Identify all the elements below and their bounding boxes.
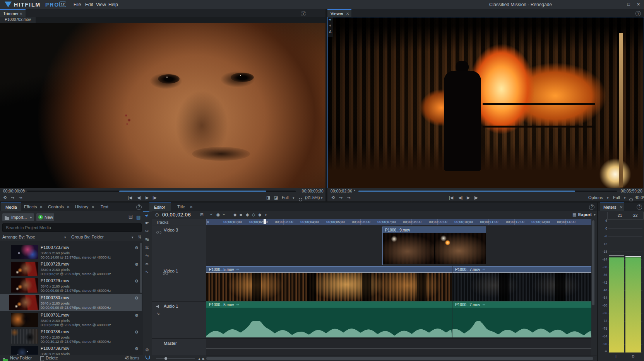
effects-tab-close-icon[interactable]: ✕	[39, 205, 43, 209]
viewer-seek-range[interactable]	[358, 191, 575, 192]
razor-tool-icon[interactable]: ✂	[145, 229, 149, 233]
overlay-to-timeline-icon[interactable]: ◪	[274, 196, 278, 200]
media-item-gear-icon[interactable]: ⚙	[135, 246, 139, 250]
ripple-tool-icon[interactable]: ⇋	[145, 254, 149, 258]
zoom-in-icon[interactable]: ▶	[202, 357, 205, 361]
new-button[interactable]: + New	[36, 213, 54, 221]
hand-tool-icon[interactable]: ☛	[145, 221, 149, 225]
clip-audio1-a[interactable]: P1000...5.mov ∞	[206, 301, 452, 337]
tab-trimmer[interactable]: Trimmer ✕	[0, 9, 26, 18]
delete-button[interactable]: Delete	[46, 356, 58, 360]
arrange-by-select[interactable]: Arrange By: Type	[2, 235, 35, 239]
viewer-help-icon[interactable]: ?	[635, 11, 641, 16]
menu-file[interactable]: File	[74, 2, 81, 7]
viewer-fit-dropdown-icon[interactable]: ▾	[624, 196, 626, 200]
trim-slide-icon[interactable]: ◆	[258, 213, 261, 217]
export-frame-icon[interactable]: ↪	[11, 196, 14, 200]
timeline-zoom-slider-track[interactable]	[156, 358, 195, 359]
viewer-video-preview[interactable]	[327, 17, 644, 188]
timeline-horizontal-scrollbar[interactable]	[206, 357, 593, 360]
maximize-button[interactable]: □	[627, 2, 630, 7]
meters-help-icon[interactable]: ?	[637, 204, 642, 210]
trimmer-fit-mode-select[interactable]: Full	[282, 195, 289, 200]
previous-keyframe-icon[interactable]: «	[210, 212, 212, 216]
clip-audio1-b[interactable]: P1000...7.mov ∞	[452, 301, 591, 337]
tab-effects[interactable]: Effects ✕	[22, 203, 44, 211]
media-item[interactable]: P1000731.mov 3840 x 2160 pixels 00;00;32…	[0, 312, 142, 328]
loop-playback-icon[interactable]: ⟲	[3, 196, 7, 200]
media-item[interactable]: P1000738.mov 3840 x 2160 pixels 00;00;30…	[0, 329, 142, 345]
media-item-gear-icon[interactable]: ⚙	[135, 296, 139, 300]
editor-help-icon[interactable]: ?	[589, 204, 594, 210]
rate-stretch-tool-icon[interactable]: ≍	[145, 262, 149, 266]
playhead-handle[interactable]	[264, 219, 266, 224]
media-item[interactable]: P1000729.mov 3840 x 2160 pixels 00;00;09…	[0, 278, 142, 294]
select-tool-icon[interactable]: ➤	[144, 213, 150, 219]
trimmer-zoom-level[interactable]: (31.5%)	[305, 195, 320, 200]
viewer-export-frame-icon[interactable]: ↪	[339, 196, 343, 200]
tab-viewer[interactable]: Viewer ✕	[327, 9, 351, 18]
track-label-master[interactable]: Master	[164, 341, 177, 346]
snap-frame-icon[interactable]: ⊞	[200, 213, 204, 217]
viewer-previous-frame-button[interactable]: ◀|	[458, 196, 462, 200]
clip-video3[interactable]: P1000...9.mov	[382, 226, 486, 265]
import-submenu-icon[interactable]: ▸	[30, 215, 32, 219]
media-item[interactable]: P1000723.mov 3840 x 2160 pixels 00;00;14…	[0, 244, 142, 261]
trimmer-video-preview[interactable]	[0, 23, 325, 188]
menu-help[interactable]: Help	[108, 2, 118, 7]
media-item-gear-icon[interactable]: ⚙	[135, 347, 139, 351]
add-keyframe-icon[interactable]: ◉	[216, 213, 220, 217]
track-label-video1[interactable]: Video 1	[164, 269, 178, 273]
trim-edit-icon[interactable]: ■	[240, 213, 242, 217]
arrange-dropdown-icon[interactable]: ▾	[64, 235, 66, 239]
options-dropdown-icon[interactable]: ▾	[607, 196, 609, 200]
meters-tab-close-icon[interactable]: ✕	[620, 205, 623, 209]
menu-view[interactable]: View	[96, 2, 106, 7]
slide-tool-icon[interactable]: ⇆	[145, 245, 149, 250]
close-button[interactable]: ✕	[637, 2, 640, 7]
controls-tab-close-icon[interactable]: ✕	[67, 205, 70, 209]
tab-title[interactable]: Title ✕	[173, 203, 195, 211]
master-volume-envelope[interactable]	[206, 349, 591, 349]
media-item[interactable]: P1000728.mov 3840 x 2160 pixels 00;00;05…	[0, 261, 142, 277]
set-in-point-icon[interactable]: ⇥	[19, 196, 22, 200]
media-item-gear-icon[interactable]: ⚙	[135, 262, 139, 267]
trimmer-playhead-dot-icon[interactable]: ●	[22, 189, 24, 191]
history-tab-close-icon[interactable]: ✕	[91, 205, 94, 209]
playhead-line[interactable]	[265, 219, 265, 356]
title-tab-close-icon[interactable]: ✕	[190, 205, 193, 209]
viewer-go-to-start-button[interactable]: |◀	[449, 196, 453, 200]
next-frame-button[interactable]: |▶	[152, 196, 157, 200]
media-item-gear-icon[interactable]: ⚙	[135, 330, 139, 334]
envelope-tool-icon[interactable]: ∿	[145, 270, 149, 274]
track-label-video3[interactable]: Video 3	[164, 228, 178, 232]
slip-tool-icon[interactable]: ↹	[145, 237, 149, 242]
export-button[interactable]: Export	[578, 212, 592, 217]
media-help-icon[interactable]: ?	[136, 204, 142, 210]
menu-edit[interactable]: Edit	[85, 2, 93, 7]
viewer-set-in-icon[interactable]: ⇥	[347, 196, 350, 200]
media-item-selected[interactable]: P1000730.mov 3840 x 2160 pixels 00;00;09…	[0, 294, 142, 311]
import-button[interactable]: Import... ▸	[2, 213, 34, 221]
minimize-button[interactable]: –	[618, 1, 621, 7]
export-submenu-icon[interactable]: ▸	[594, 213, 596, 216]
viewer-zoom-level[interactable]: 40.0%	[635, 195, 644, 200]
media-item-gear-icon[interactable]: ⚙	[135, 313, 139, 318]
timeline-zoom-slider-handle[interactable]	[164, 357, 167, 360]
timeline-timecode[interactable]: 00;00;02;06	[162, 212, 191, 218]
trimmer-help-icon[interactable]: ?	[301, 11, 306, 16]
audio1-automation-icon[interactable]: ∿	[156, 312, 160, 316]
tab-controls[interactable]: Controls ✕	[46, 203, 71, 211]
tab-text[interactable]: Text	[98, 203, 112, 211]
viewer-crosshair-tool-icon[interactable]: +	[329, 24, 331, 28]
trim-out-icon[interactable]: ◇	[252, 213, 255, 217]
audio-volume-envelope[interactable]	[206, 314, 591, 314]
tab-history[interactable]: History ✕	[74, 203, 96, 211]
viewer-text-tool-icon[interactable]: A	[329, 30, 332, 34]
viewer-tab-close-icon[interactable]: ✕	[346, 12, 349, 16]
fit-dropdown-icon[interactable]: ▾	[293, 196, 295, 200]
tab-editor[interactable]: Editor	[149, 203, 171, 212]
play-button[interactable]: ▶	[146, 196, 149, 200]
zoom-fit-icon[interactable]: ▲	[198, 357, 201, 361]
video3-visibility-icon[interactable]	[156, 231, 161, 234]
